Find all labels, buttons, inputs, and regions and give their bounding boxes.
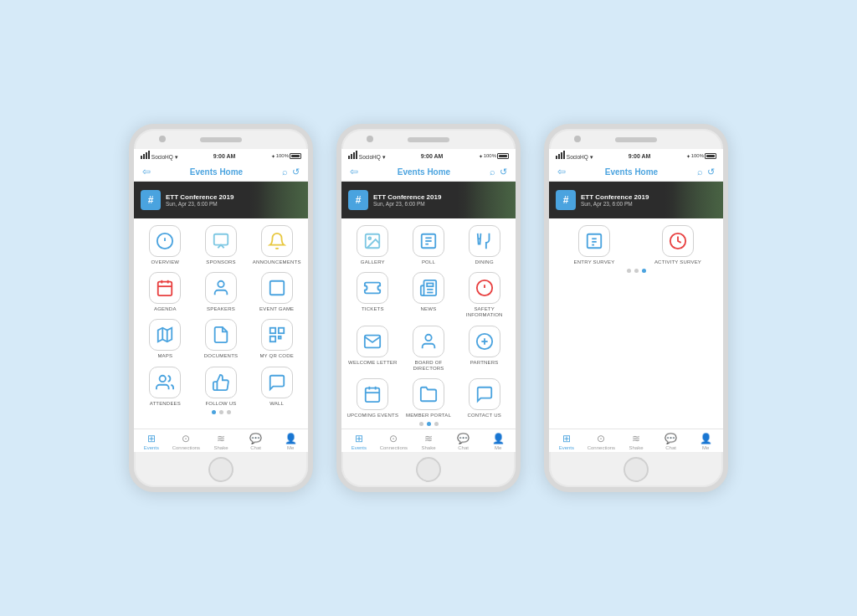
icon-item-member-portal[interactable]: MEMBER PORTAL <box>403 378 455 418</box>
icon-label: POLL <box>422 259 435 265</box>
svg-rect-13 <box>269 328 275 333</box>
tab-me[interactable]: 👤 Me <box>480 433 516 450</box>
icon-item-activity-survey[interactable]: ACTIVITY SURVEY <box>638 225 718 265</box>
icon-label: MAPS <box>157 353 172 359</box>
refresh-icon[interactable]: ↺ <box>500 167 507 177</box>
tab-shake[interactable]: ≋ Shake <box>203 433 239 450</box>
page-dot-1[interactable] <box>219 410 223 414</box>
tab-connections[interactable]: ⊙ Connections <box>584 433 619 450</box>
icon-item-speakers[interactable]: SPEAKERS <box>195 272 248 312</box>
icon-item-attendees[interactable]: ATTENDEES <box>139 367 192 407</box>
tab-connections[interactable]: ⊙ Connections <box>377 433 412 450</box>
page-dot-2[interactable] <box>227 410 231 414</box>
tab-bar: ⊞ Events ⊙ Connections ≋ Shake 💬 Chat 👤 … <box>549 429 723 452</box>
search-icon[interactable]: ⌕ <box>282 167 288 177</box>
home-button[interactable] <box>624 457 649 482</box>
icon-item-news[interactable]: NEWS <box>403 272 455 318</box>
icon-item-wall[interactable]: WALL <box>250 367 303 407</box>
page-dot-0[interactable] <box>212 410 216 414</box>
tab-icon: 💬 <box>457 433 470 444</box>
tab-shake[interactable]: ≋ Shake <box>411 433 446 450</box>
tab-me[interactable]: 👤 Me <box>688 433 723 450</box>
tab-label: Chat <box>458 445 469 450</box>
refresh-icon[interactable]: ↺ <box>292 167 300 177</box>
back-button[interactable]: ⇦ <box>142 166 151 177</box>
icon-item-board-of-directors[interactable]: BOARD OF DIRECTORS <box>403 326 455 372</box>
icon-label: GALLERY <box>361 259 385 265</box>
icon-label: DINING <box>475 259 494 265</box>
content-area: GALLERYPOLLDININGTICKETSNEWSSAFETY INFOR… <box>341 218 516 429</box>
svg-rect-26 <box>427 284 433 287</box>
tab-label: Me <box>702 445 709 450</box>
icon-item-upcoming-events[interactable]: UPCOMING EVENTS <box>346 378 399 418</box>
icon-label: SPONSORS <box>206 259 236 265</box>
icon-item-partners[interactable]: PARTNERS <box>458 326 511 372</box>
tab-events[interactable]: ⊞ Events <box>134 433 169 450</box>
icon-item-overview[interactable]: OVERVIEW <box>139 225 192 265</box>
svg-rect-9 <box>269 281 284 295</box>
icon-item-welcome-letter[interactable]: WELCOME LETTER <box>346 326 399 372</box>
status-carrier: SocioHQ ▾ <box>348 151 386 161</box>
nav-title: Events Home <box>566 167 697 177</box>
icon-label: MEMBER PORTAL <box>406 413 451 418</box>
event-banner: # ETT Conference 2019 Sun, Apr 23, 6:00 … <box>134 182 308 218</box>
svg-rect-4 <box>158 282 172 296</box>
icon-item-safety-information[interactable]: SAFETY INFORMATION <box>458 272 511 318</box>
page-dot-1[interactable] <box>427 422 431 426</box>
page-dot-0[interactable] <box>627 269 631 273</box>
tab-label: Shake <box>421 445 435 450</box>
icon-item-documents[interactable]: DOCUMENTS <box>195 319 248 359</box>
search-icon[interactable]: ⌕ <box>490 167 495 177</box>
tab-events[interactable]: ⊞ Events <box>549 433 584 450</box>
nav-icons: ⌕ ↺ <box>490 167 507 177</box>
nav-title: Events Home <box>358 167 490 177</box>
nav-bar: ⇦ Events Home ⌕ ↺ <box>341 162 516 182</box>
icon-item-entry-survey[interactable]: ENTRY SURVEY <box>554 225 634 265</box>
page-dot-1[interactable] <box>634 269 639 273</box>
content-area: OVERVIEWSPONSORSANNOUNCEMENTSAGENDASPEAK… <box>134 218 308 429</box>
icon-item-sponsors[interactable]: SPONSORS <box>195 225 248 265</box>
page-dot-2[interactable] <box>642 269 646 273</box>
tab-chat[interactable]: 💬 Chat <box>446 433 481 450</box>
icon-label: WELCOME LETTER <box>348 360 397 366</box>
tab-icon: 💬 <box>665 433 677 444</box>
search-icon[interactable]: ⌕ <box>697 167 703 177</box>
icon-circle <box>469 326 500 357</box>
tab-connections[interactable]: ⊙ Connections <box>169 433 204 450</box>
home-button[interactable] <box>416 457 441 482</box>
tab-chat[interactable]: 💬 Chat <box>654 433 689 450</box>
back-button[interactable]: ⇦ <box>557 166 566 177</box>
phone-1: SocioHQ ▾ 9:00 AM ✦ 100% ⇦ Events Home ⌕… <box>129 124 313 492</box>
tab-icon: 💬 <box>249 433 262 444</box>
icon-item-event-game[interactable]: EVENT GAME <box>250 272 303 312</box>
tab-me[interactable]: 👤 Me <box>273 433 308 450</box>
tab-chat[interactable]: 💬 Chat <box>239 433 274 450</box>
tab-icon: ⊞ <box>562 433 571 444</box>
page-dot-0[interactable] <box>419 422 423 426</box>
icon-item-dining[interactable]: DINING <box>458 225 511 265</box>
tab-events[interactable]: ⊞ Events <box>341 433 377 450</box>
icon-item-agenda[interactable]: AGENDA <box>139 272 192 312</box>
back-button[interactable]: ⇦ <box>350 166 358 177</box>
tab-shake[interactable]: ≋ Shake <box>618 433 654 450</box>
icon-item-tickets[interactable]: TICKETS <box>346 272 399 318</box>
icon-item-announcements[interactable]: ANNOUNCEMENTS <box>250 225 303 265</box>
icon-item-gallery[interactable]: GALLERY <box>346 225 399 265</box>
icon-item-follow-us[interactable]: FOLLOW US <box>195 367 248 407</box>
refresh-icon[interactable]: ↺ <box>707 167 715 177</box>
home-button[interactable] <box>208 457 233 482</box>
content-area: ENTRY SURVEYACTIVITY SURVEY <box>549 218 723 429</box>
event-name: ETT Conference 2019 <box>166 193 233 201</box>
phone-2: SocioHQ ▾ 9:00 AM ✦ 100% ⇦ Events Home ⌕… <box>336 124 521 492</box>
event-info: ETT Conference 2019 Sun, Apr 23, 6:00 PM <box>581 193 649 207</box>
icon-item-contact-us[interactable]: CONTACT US <box>458 378 511 418</box>
tab-label: Events <box>559 445 574 450</box>
icon-item-poll[interactable]: POLL <box>403 225 455 265</box>
icon-item-my-qr-code[interactable]: MY QR CODE <box>250 319 303 359</box>
event-info: ETT Conference 2019 Sun, Apr 23, 6:00 PM <box>373 193 441 207</box>
icon-circle <box>469 272 500 304</box>
icon-item-maps[interactable]: MAPS <box>139 319 192 359</box>
page-dot-2[interactable] <box>434 422 439 426</box>
tab-icon: ⊙ <box>182 433 190 444</box>
event-hashtag: # <box>141 190 161 210</box>
